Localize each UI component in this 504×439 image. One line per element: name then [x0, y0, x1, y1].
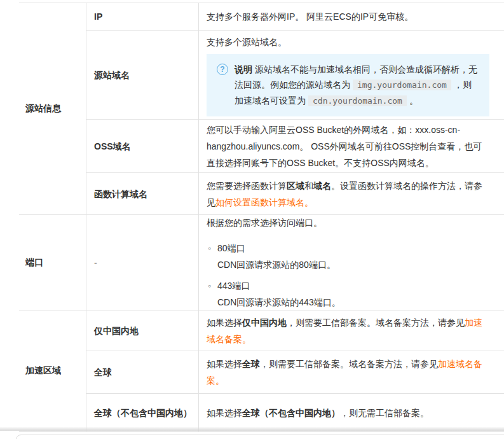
list-item-port-443: 443端口 CDN回源请求源站的443端口。 [207, 277, 489, 310]
list-item-title: 80端口 [217, 240, 489, 256]
section-label-text: 源站信息 [25, 103, 61, 115]
table-row-ip: IP 支持多个服务器外网IP。 阿里云ECS的IP可免审核。 [86, 3, 504, 30]
intro-text: 根据您的需求选择访问端口。 [207, 215, 489, 231]
row-desc-cn-only: 如果选择仅中国内地，则需要工信部备案。域名备案方法，请参见加速域名备案。 [198, 310, 504, 351]
table-row-fc-domain: 函数计算域名 您需要选择函数计算区域和域名。设置函数计算域名的操作方法，请参见如… [86, 172, 504, 214]
row-desc-ip: 支持多个服务器外网IP。 阿里云ECS的IP可免审核。 [198, 3, 504, 30]
section-acceleration-region: 加速区域 仅中国内地 如果选择仅中国内地，则需要工信部备案。域名备案方法，请参见… [19, 310, 504, 432]
intro-text: 支持多个源站域名。 [207, 34, 489, 50]
row-label-global: 全球 [86, 351, 198, 393]
desc-text: 如果选择全球，则需要工信部备案。域名备案方法，请参见加速域名备案。 [207, 356, 489, 389]
docs-page: 源站信息 IP 支持多个服务器外网IP。 阿里云ECS的IP可免审核。 源站域名 [0, 0, 504, 439]
section-label-region: 加速区域 [19, 310, 86, 431]
row-label-origin-domain: 源站域名 [86, 31, 198, 119]
desc-text: 如果选择仅中国内地，则需要工信部备案。域名备案方法，请参见加速域名备案。 [207, 314, 489, 347]
section-origin-info: 源站信息 IP 支持多个服务器外网IP。 阿里云ECS的IP可免审核。 源站域名 [19, 3, 504, 214]
row-desc-port: 根据您的需求选择访问端口。 80端口 CDN回源请求源站的80端口。 443端口… [198, 215, 504, 310]
cdn-domain-settings-table: 源站信息 IP 支持多个服务器外网IP。 阿里云ECS的IP可免审核。 源站域名 [19, 3, 504, 432]
row-desc-global: 如果选择全球，则需要工信部备案。域名备案方法，请参见加速域名备案。 [198, 351, 504, 393]
row-label-oss-domain: OSS域名 [86, 120, 198, 172]
list-item-port-80: 80端口 CDN回源请求源站的80端口。 [207, 240, 489, 273]
section-label-text: 加速区域 [25, 365, 61, 377]
section-label-text: 端口 [25, 257, 43, 268]
row-desc-oss-domain: 您可以手动输入阿里云OSS Bucket的外网域名，如：xxx.oss-cn-h… [198, 120, 504, 172]
list-item-desc: CDN回源请求源站的443端口。 [217, 294, 489, 310]
row-label-ip: IP [86, 3, 198, 30]
note-text: 说明源站域名不能与加速域名相同，否则会造成循环解析，无法回源。例如您的源站域名为… [235, 62, 479, 109]
bottom-card-panel [16, 435, 504, 439]
desc-text: 支持多个服务器外网IP。 阿里云ECS的IP可免审核。 [207, 8, 489, 25]
section-label-port: 端口 [19, 215, 86, 310]
row-desc-origin-domain: 支持多个源站域名。 ? 说明源站域名不能与加速域名相同，否则会造成循环解析，无法… [198, 31, 504, 119]
table-row-global: 全球 如果选择全球，则需要工信部备案。域名备案方法，请参见加速域名备案。 [86, 351, 504, 393]
row-label-global-ex-cn: 全球（不包含中国内地） [86, 394, 198, 431]
page-bottom-divider [0, 427, 504, 431]
table-row-oss-domain: OSS域名 您可以手动输入阿里云OSS Bucket的外网域名，如：xxx.os… [86, 119, 504, 172]
table-row-origin-domain: 源站域名 支持多个源站域名。 ? 说明源站域名不能与加速域名相同，否则会造成循环… [86, 30, 504, 119]
section-port: 端口 - 根据您的需求选择访问端口。 80端口 CDN回源请求源站的80端口。 [19, 214, 504, 310]
table-row-cn-only: 仅中国内地 如果选择仅中国内地，则需要工信部备案。域名备案方法，请参见加速域名备… [86, 310, 504, 351]
desc-text: 您可以手动输入阿里云OSS Bucket的外网域名，如：xxx.oss-cn-h… [207, 122, 489, 171]
desc-text: 您需要选择函数计算区域和域名。设置函数计算域名的操作方法，请参见如何设置函数计算… [207, 178, 489, 211]
table-row-port: - 根据您的需求选择访问端口。 80端口 CDN回源请求源站的80端口。 443… [86, 215, 504, 310]
row-label-fc-domain: 函数计算域名 [86, 173, 198, 214]
note-box: ? 说明源站域名不能与加速域名相同，否则会造成循环解析，无法回源。例如您的源站域… [207, 54, 489, 116]
desc-text: 如果选择全球（不包含中国内地），则无需工信部备案。 [207, 405, 489, 421]
table-row-global-ex-cn: 全球（不包含中国内地） 如果选择全球（不包含中国内地），则无需工信部备案。 [86, 393, 504, 431]
note-title: 说明 [235, 64, 252, 74]
list-item-title: 443端口 [217, 277, 489, 294]
port-list: 80端口 CDN回源请求源站的80端口。 443端口 CDN回源请求源站的443… [207, 235, 489, 310]
row-label-cn-only: 仅中国内地 [86, 310, 198, 351]
code-inline: img.yourdomain.com [353, 80, 451, 90]
row-desc-fc-domain: 您需要选择函数计算区域和域名。设置函数计算域名的操作方法，请参见如何设置函数计算… [198, 173, 504, 214]
list-item-desc: CDN回源请求源站的80端口。 [217, 256, 489, 273]
code-inline: cdn.yourdomain.com [308, 95, 407, 106]
link-how-to-set-fc-domain[interactable]: 如何设置函数计算域名 [215, 197, 304, 207]
question-circle-icon: ? [217, 64, 228, 75]
section-label-origin: 源站信息 [19, 3, 86, 214]
row-desc-global-ex-cn: 如果选择全球（不包含中国内地），则无需工信部备案。 [198, 394, 504, 431]
row-label-port: - [86, 215, 198, 310]
